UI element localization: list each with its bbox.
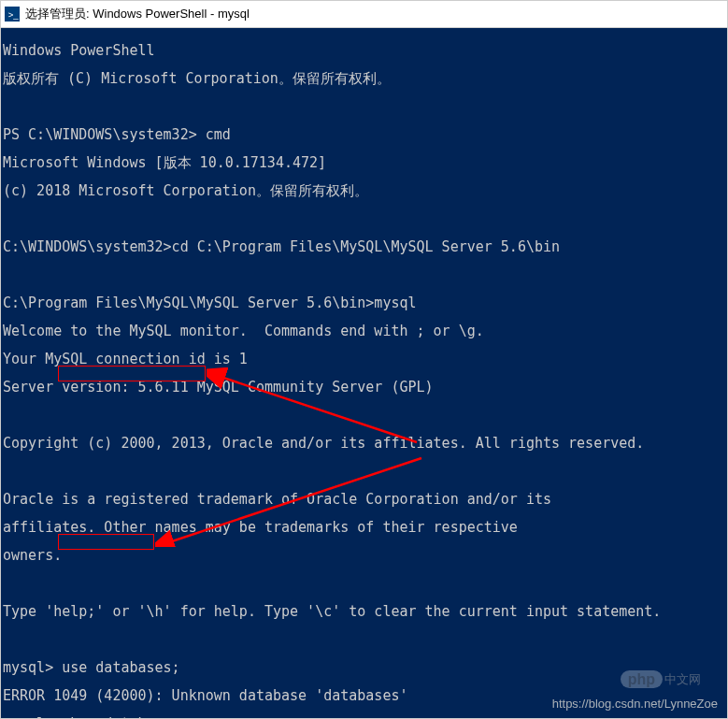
svg-text:>_: >_ xyxy=(8,9,19,20)
terminal-line xyxy=(3,577,725,591)
terminal-line xyxy=(3,212,725,226)
terminal-line: 版权所有 (C) Microsoft Corporation。保留所有权利。 xyxy=(3,72,725,86)
watermark-php-cn: 中文网 xyxy=(664,672,701,686)
powershell-window: >_ 选择管理员: Windows PowerShell - mysql Win… xyxy=(0,0,728,719)
terminal-line: owners. xyxy=(3,549,725,563)
terminal-line: mysql> use databases; xyxy=(3,661,725,675)
terminal-line xyxy=(3,633,725,647)
watermark-php: php 中文网 xyxy=(621,670,701,688)
watermark-php-label: php xyxy=(621,670,663,688)
terminal-line xyxy=(3,100,725,114)
terminal-line: PS C:\WINDOWS\system32> cmd xyxy=(3,128,725,142)
terminal-line: Your MySQL connection id is 1 xyxy=(3,352,725,367)
terminal-line: (c) 2018 Microsoft Corporation。保留所有权利。 xyxy=(3,184,725,198)
terminal-line: Oracle is a registered trademark of Orac… xyxy=(3,493,725,507)
terminal-line: mysql> show databases; xyxy=(3,717,725,718)
titlebar[interactable]: >_ 选择管理员: Windows PowerShell - mysql xyxy=(1,1,727,28)
window-title: 选择管理员: Windows PowerShell - mysql xyxy=(25,6,250,22)
terminal-line: affiliates. Other names may be trademark… xyxy=(3,521,725,535)
terminal-line: Windows PowerShell xyxy=(3,44,725,58)
terminal-line xyxy=(3,465,725,479)
terminal-line: Microsoft Windows [版本 10.0.17134.472] xyxy=(3,156,725,170)
terminal-line: C:\WINDOWS\system32>cd C:\Program Files\… xyxy=(3,240,725,254)
terminal-line: Type 'help;' or '\h' for help. Type '\c'… xyxy=(3,605,725,619)
terminal-line: Copyright (c) 2000, 2013, Oracle and/or … xyxy=(3,437,725,451)
terminal-line: C:\Program Files\MySQL\MySQL Server 5.6\… xyxy=(3,296,725,310)
watermark-url: https://blog.csdn.net/LynneZoe xyxy=(552,697,718,711)
terminal-line: Welcome to the MySQL monitor. Commands e… xyxy=(3,324,725,338)
terminal-line: Server version: 5.6.11 MySQL Community S… xyxy=(3,381,725,395)
highlight-use-mysql xyxy=(58,534,154,550)
terminal-line xyxy=(3,409,725,423)
powershell-icon: >_ xyxy=(5,7,20,22)
terminal-area[interactable]: Windows PowerShell 版权所有 (C) Microsoft Co… xyxy=(1,28,727,718)
terminal-line xyxy=(3,268,725,282)
